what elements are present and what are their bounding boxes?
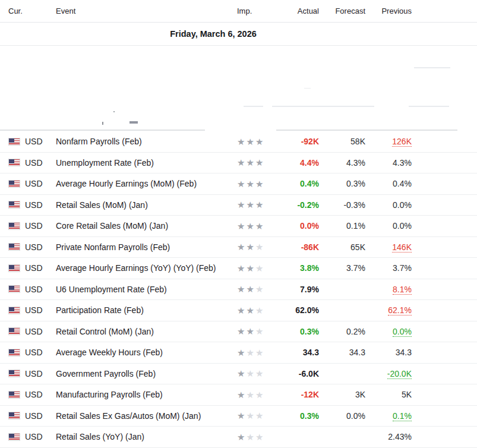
forecast-value: 58K bbox=[319, 137, 365, 146]
star-filled-icon: ★ bbox=[237, 200, 246, 210]
event-row[interactable]: USDUnemployment Rate (Feb)★★★4.4%4.3%4.3… bbox=[0, 153, 477, 174]
event-link[interactable]: Participation Rate (Feb) bbox=[56, 305, 237, 315]
importance-stars: ★★★ bbox=[237, 179, 275, 188]
event-link[interactable]: Unemployment Rate (Feb) bbox=[56, 158, 237, 168]
previous-value-text: 0.0% bbox=[393, 221, 412, 231]
event-link[interactable]: Private Nonfarm Payrolls (Feb) bbox=[56, 242, 237, 252]
placeholder-line bbox=[414, 67, 450, 68]
event-row[interactable]: USDU6 Unemployment Rate (Feb)★★★7.9%8.1% bbox=[0, 279, 477, 301]
actual-value-text: -86K bbox=[301, 242, 319, 252]
us-flag-icon bbox=[8, 327, 20, 335]
event-row[interactable]: USDAverage Hourly Earnings (YoY) (YoY) (… bbox=[0, 258, 477, 279]
previous-value-text: 0.4% bbox=[393, 179, 412, 188]
event-row[interactable]: USDCore Retail Sales (MoM) (Jan)★★★0.0%0… bbox=[0, 216, 477, 237]
event-row[interactable]: USDRetail Sales Ex Gas/Autos (MoM) (Jan)… bbox=[0, 406, 477, 427]
previous-value-text: 4.3% bbox=[393, 158, 412, 168]
event-row[interactable]: USDParticipation Rate (Feb)★★★62.0%62.1% bbox=[0, 300, 477, 321]
star-filled-icon: ★ bbox=[255, 200, 264, 210]
star-filled-icon: ★ bbox=[237, 411, 246, 421]
star-empty-icon: ★ bbox=[255, 326, 264, 336]
event-link[interactable]: Retail Control (MoM) (Jan) bbox=[56, 327, 237, 336]
event-link[interactable]: Retail Sales (MoM) (Jan) bbox=[56, 200, 237, 210]
actual-value-text: 7.9% bbox=[300, 285, 319, 294]
star-filled-icon: ★ bbox=[246, 221, 255, 231]
event-link[interactable]: U6 Unemployment Rate (Feb) bbox=[56, 285, 237, 294]
event-row[interactable]: USDManufacturing Payrolls (Feb)★★★-12K3K… bbox=[0, 384, 477, 406]
event-row[interactable]: USDPrivate Nonfarm Payrolls (Feb)★★★-86K… bbox=[0, 237, 477, 258]
actual-value: -86K bbox=[275, 242, 319, 252]
event-row[interactable]: USDGovernment Payrolls (Feb)★★★-6.0K-20.… bbox=[0, 364, 477, 385]
event-link[interactable]: Manufacturing Payrolls (Feb) bbox=[56, 390, 237, 399]
event-link[interactable]: Average Hourly Earnings (YoY) (YoY) (Feb… bbox=[56, 263, 237, 273]
event-row[interactable]: USDAverage Hourly Earnings (MoM) (Feb)★★… bbox=[0, 173, 477, 195]
previous-value: 0.1% bbox=[365, 411, 412, 421]
previous-value: -20.0K bbox=[365, 369, 412, 378]
importance-stars: ★★★ bbox=[237, 306, 275, 315]
event-row[interactable]: USDAverage Weekly Hours (Feb)★★★34.334.3… bbox=[0, 342, 477, 364]
forecast-value-text: 0.3% bbox=[346, 179, 365, 188]
event-rows: USDNonfarm Payrolls (Feb)★★★-92K58K126KU… bbox=[0, 131, 477, 448]
actual-value-text: 4.4% bbox=[300, 158, 319, 168]
previous-value-text: 0.0% bbox=[393, 327, 412, 337]
importance-stars: ★★★ bbox=[237, 200, 275, 209]
previous-value: 126K bbox=[365, 137, 412, 146]
importance-stars: ★★★ bbox=[237, 137, 275, 146]
forecast-value: 65K bbox=[319, 242, 365, 252]
event-link[interactable]: Average Hourly Earnings (MoM) (Feb) bbox=[56, 179, 237, 188]
importance-stars: ★★★ bbox=[237, 285, 275, 294]
event-link[interactable]: Retail Sales (YoY) (Jan) bbox=[56, 432, 237, 441]
star-filled-icon: ★ bbox=[237, 157, 246, 168]
us-flag-icon bbox=[8, 201, 20, 209]
us-flag-icon bbox=[8, 180, 20, 188]
star-empty-icon: ★ bbox=[255, 305, 264, 316]
importance-stars: ★★★ bbox=[237, 327, 275, 336]
event-row[interactable]: USDRetail Control (MoM) (Jan)★★★0.3%0.2%… bbox=[0, 321, 477, 343]
actual-value: 0.4% bbox=[275, 179, 319, 188]
star-filled-icon: ★ bbox=[246, 179, 255, 189]
actual-value-text: 62.0% bbox=[295, 305, 319, 315]
forecast-value-text: 0.2% bbox=[346, 327, 365, 336]
actual-value-text: -6.0K bbox=[299, 369, 319, 378]
actual-value-text: 34.3 bbox=[303, 348, 319, 357]
star-filled-icon: ★ bbox=[237, 390, 246, 400]
event-link[interactable]: Average Weekly Hours (Feb) bbox=[56, 348, 237, 357]
star-empty-icon: ★ bbox=[255, 242, 264, 252]
actual-value-text: -92K bbox=[301, 137, 319, 146]
us-flag-icon bbox=[8, 264, 20, 272]
event-row[interactable]: USDRetail Sales (MoM) (Jan)★★★-0.2%-0.3%… bbox=[0, 195, 477, 216]
star-filled-icon: ★ bbox=[246, 326, 255, 336]
currency-code: USD bbox=[25, 432, 56, 441]
star-filled-icon: ★ bbox=[237, 432, 246, 442]
importance-stars: ★★★ bbox=[237, 411, 275, 420]
forecast-value-text: 0.0% bbox=[346, 411, 365, 421]
star-filled-icon: ★ bbox=[237, 284, 246, 294]
us-flag-icon bbox=[8, 391, 20, 399]
event-link[interactable]: Government Payrolls (Feb) bbox=[56, 369, 237, 378]
event-link[interactable]: Core Retail Sales (MoM) (Jan) bbox=[56, 221, 237, 231]
currency-code: USD bbox=[25, 348, 56, 357]
event-row[interactable]: USDNonfarm Payrolls (Feb)★★★-92K58K126K bbox=[0, 131, 477, 153]
event-link[interactable]: Nonfarm Payrolls (Feb) bbox=[56, 137, 237, 146]
currency-code: USD bbox=[25, 158, 56, 168]
event-row[interactable]: USDRetail Sales (YoY) (Jan)★★★2.43% bbox=[0, 427, 477, 448]
us-flag-icon bbox=[8, 159, 20, 166]
placeholder-line bbox=[276, 130, 457, 131]
actual-value: 0.3% bbox=[275, 411, 319, 421]
us-flag-icon bbox=[8, 307, 20, 314]
currency-code: USD bbox=[25, 221, 56, 231]
previous-value-text: -20.0K bbox=[387, 369, 412, 379]
currency-code: USD bbox=[25, 263, 56, 273]
forecast-value: 3K bbox=[319, 390, 365, 399]
forecast-value: 3.7% bbox=[319, 263, 365, 273]
previous-value: 2.43% bbox=[365, 432, 412, 441]
actual-value-text: 0.3% bbox=[300, 327, 319, 336]
placeholder-mark bbox=[129, 121, 138, 124]
currency-code: USD bbox=[25, 179, 56, 188]
previous-value-text: 34.3 bbox=[396, 348, 412, 357]
previous-value-text: 8.1% bbox=[393, 285, 412, 295]
currency-code: USD bbox=[25, 305, 56, 315]
star-empty-icon: ★ bbox=[246, 368, 255, 378]
placeholder-line bbox=[244, 106, 263, 107]
actual-value: 62.0% bbox=[275, 305, 319, 315]
event-link[interactable]: Retail Sales Ex Gas/Autos (MoM) (Jan) bbox=[56, 411, 237, 421]
